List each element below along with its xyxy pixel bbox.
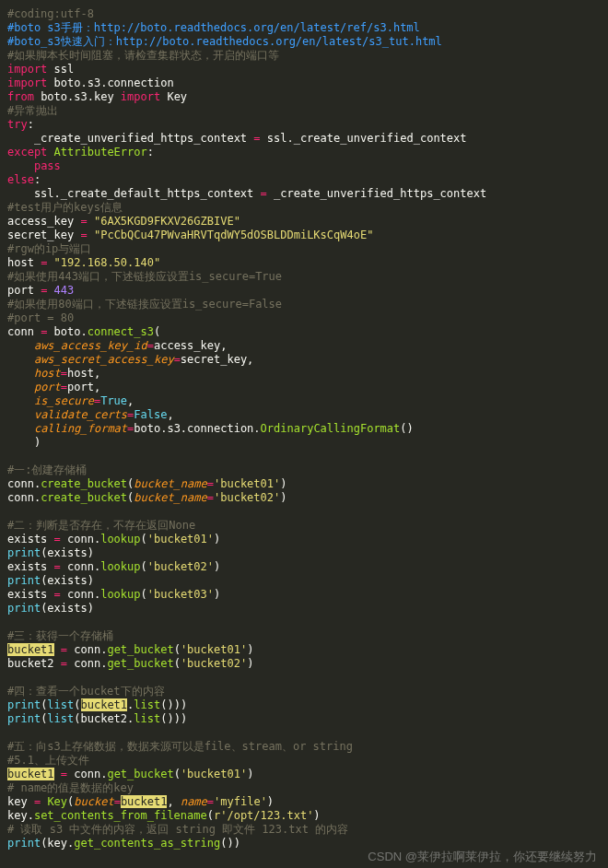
token-s: "PcCbQCu47PWvaHRVTqdWY5dOSBLDDmiLKsCqW4o… bbox=[94, 229, 373, 241]
token-n: ( bbox=[141, 560, 147, 573]
code-line: #boto_s3快速入门：http://boto.readthedocs.org… bbox=[7, 35, 442, 48]
token-kw: = bbox=[54, 533, 61, 545]
token-n: conn. bbox=[67, 657, 107, 670]
token-bi: print bbox=[7, 602, 41, 615]
token-c: #coding:utf-8 bbox=[7, 7, 94, 20]
token-kw: import bbox=[7, 76, 47, 89]
token-c: #三：获得一个存储桶 bbox=[7, 629, 113, 642]
token-n: (key. bbox=[41, 837, 74, 850]
token-bi: list bbox=[47, 698, 74, 711]
token-arg: validate_certs bbox=[34, 408, 127, 421]
code-line: from boto.s3.key import Key bbox=[7, 90, 187, 103]
token-fn: list bbox=[134, 698, 160, 711]
token-s: "192.168.50.140" bbox=[54, 256, 161, 269]
code-editor: #coding:utf-8 #boto s3手册：http://boto.rea… bbox=[0, 0, 608, 867]
token-n: conn. bbox=[61, 560, 100, 573]
token-n: _create_unverified_https_context bbox=[267, 187, 486, 200]
token-c: #test用户的keys信息 bbox=[7, 201, 123, 214]
code-line: is_secure=True, bbox=[7, 394, 134, 407]
token-s: r'/opt/123.txt' bbox=[214, 809, 313, 822]
token-kw: pass bbox=[34, 159, 61, 172]
token-n: bucket2 bbox=[7, 657, 61, 670]
token-c: #rgw的ip与端口 bbox=[7, 242, 91, 255]
token-kw: = bbox=[61, 367, 67, 380]
token-n bbox=[7, 367, 34, 380]
token-n bbox=[7, 353, 34, 366]
token-n bbox=[7, 422, 34, 435]
token-n: : bbox=[34, 173, 41, 186]
code-line: #coding:utf-8 bbox=[7, 7, 94, 20]
code-line: secret_key = "PcCbQCu47PWvaHRVTqdWY5dOSB… bbox=[7, 229, 373, 241]
token-kw: = bbox=[207, 477, 214, 490]
token-s: 'bucket02' bbox=[181, 657, 247, 670]
watermark: CSDN @莱伊拉啊莱伊拉，你还要继续努力 bbox=[368, 850, 597, 863]
token-n bbox=[7, 394, 34, 407]
code-line: #三：获得一个存储桶 bbox=[7, 629, 113, 642]
token-bi: True bbox=[100, 394, 127, 407]
token-kw: try bbox=[7, 118, 28, 131]
token-fn: create_bucket bbox=[41, 477, 127, 490]
token-n: (exists) bbox=[41, 546, 94, 559]
token-n bbox=[54, 643, 61, 656]
token-n: ssl bbox=[47, 63, 74, 76]
token-hl: bucket1 bbox=[7, 768, 54, 780]
token-fn: get_bucket bbox=[107, 657, 173, 670]
token-kw: = bbox=[61, 381, 67, 393]
token-n bbox=[47, 284, 53, 297]
token-kw: import bbox=[7, 63, 47, 76]
token-n: , bbox=[167, 795, 180, 808]
token-bi: print bbox=[7, 837, 41, 850]
token-kw: = bbox=[61, 768, 67, 780]
token-s: 'bucket02' bbox=[147, 560, 214, 573]
code-line: port = 443 bbox=[7, 284, 74, 297]
token-n: (exists) bbox=[41, 602, 94, 615]
code-line: calling_format=boto.s3.connection.Ordina… bbox=[7, 422, 414, 435]
token-arg: aws_secret_access_key bbox=[34, 353, 174, 366]
token-bi: False bbox=[134, 408, 167, 421]
token-n: _create_unverified_https_context bbox=[7, 132, 253, 145]
token-fn: connect_s3 bbox=[88, 325, 154, 338]
token-c: # name的值是数据的key bbox=[7, 781, 134, 794]
token-n: ) bbox=[247, 643, 253, 656]
token-n bbox=[88, 215, 94, 228]
token-n: ) bbox=[214, 560, 220, 573]
token-n: (exists) bbox=[41, 574, 94, 587]
token-c: #如果使用443端口，下述链接应设置is_secure=True bbox=[7, 270, 282, 283]
token-n: conn. bbox=[67, 643, 107, 656]
token-arg: bucket bbox=[74, 795, 113, 808]
token-c: #四：查看一个bucket下的内容 bbox=[7, 685, 165, 698]
code-line: print(list(bucket1.list())) bbox=[7, 698, 187, 711]
token-kw: = bbox=[261, 187, 267, 200]
code-line: bucket1 = conn.get_bucket('bucket01') bbox=[7, 643, 253, 656]
code-line: #五：向s3上存储数据，数据来源可以是file、stream、or string bbox=[7, 740, 353, 753]
token-n: ) bbox=[214, 588, 220, 601]
token-n: ( bbox=[74, 698, 80, 711]
code-line: aws_secret_access_key=secret_key, bbox=[7, 353, 253, 366]
token-c: #五：向s3上存储数据，数据来源可以是file、stream、or string bbox=[7, 740, 353, 753]
token-arg: bucket_name bbox=[134, 477, 206, 490]
token-c: #异常抛出 bbox=[7, 104, 58, 117]
token-kw: = bbox=[147, 339, 154, 352]
token-bi: print bbox=[7, 574, 41, 587]
code-line: key = Key(bucket=bucket1, name='myfile') bbox=[7, 795, 274, 808]
token-arg: port bbox=[34, 381, 61, 393]
token-c: #一:创建存储桶 bbox=[7, 463, 87, 476]
token-n: conn. bbox=[7, 491, 41, 504]
token-bi: print bbox=[7, 698, 41, 711]
code-line: port=port, bbox=[7, 381, 100, 393]
token-s: 'myfile' bbox=[214, 795, 267, 808]
token-kw: = bbox=[174, 353, 181, 366]
code-line: access_key = "6AX5KGD9FKXV26GZBIVE" bbox=[7, 215, 240, 228]
code-line: aws_access_key_id=access_key, bbox=[7, 339, 227, 352]
token-n: ) bbox=[214, 533, 220, 545]
code-line: else: bbox=[7, 173, 41, 186]
code-line: validate_certs=False, bbox=[7, 408, 174, 421]
token-c: #如果脚本长时间阻塞，请检查集群状态，开启的端口等 bbox=[7, 49, 279, 62]
token-n: access_key, bbox=[154, 339, 227, 352]
token-c: #二：判断是否存在，不存在返回None bbox=[7, 519, 195, 532]
token-fn: Key bbox=[47, 795, 67, 808]
token-n: ssl._create_default_https_context bbox=[7, 187, 261, 200]
token-n: ) bbox=[280, 491, 286, 504]
token-fn: lookup bbox=[100, 533, 140, 545]
token-arg: calling_format bbox=[34, 422, 127, 435]
